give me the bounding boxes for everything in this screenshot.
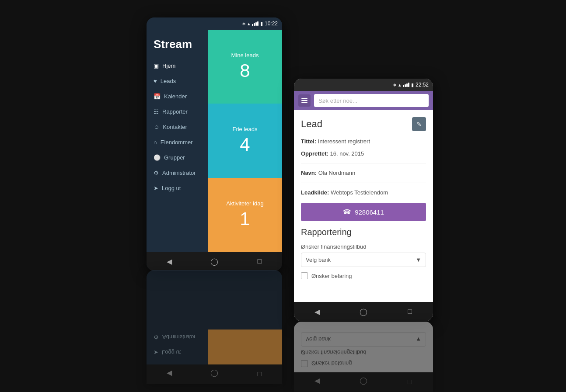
grid-icon: ☷	[154, 108, 159, 115]
nav-label-leads: Leads	[161, 78, 176, 84]
phone-reflection-right: ◀ ◯ □ Ønsker befaring Ønsker finansierin…	[294, 322, 433, 392]
leadkilde-label: Leadkilde:	[301, 189, 329, 196]
frie-leads-number: 4	[240, 134, 250, 155]
phone-main: ∗ ▴ ▮ 10:22 Stream ▣ Hjem ♥ Leads 📅 Kal	[147, 17, 282, 271]
bank-select[interactable]: Velg bank ▼	[301, 253, 426, 267]
mine-leads-label: Mine leads	[231, 52, 259, 59]
nav-label-administrator: Administrator	[162, 170, 196, 176]
card-aktiviteter[interactable]: Aktiviteter idag 1	[208, 178, 282, 252]
befaring-group: Ønsker befaring	[301, 272, 426, 279]
app-logo: Stream	[147, 34, 208, 58]
refl-nav-admin: ⚙ Administrator	[147, 330, 208, 345]
back-button[interactable]: ◀	[164, 256, 175, 267]
aktiviteter-number: 1	[240, 208, 250, 229]
statusbar-time-detail: 22:52	[416, 82, 429, 88]
search-bar: Søk etter noe...	[294, 91, 433, 110]
edit-button[interactable]: ✎	[412, 117, 426, 131]
battery-icon: ▮	[260, 21, 263, 27]
gear-icon: ⚙	[154, 170, 159, 176]
refl-home-left: ◯	[209, 369, 220, 379]
field-opprettet: Opprettet: 16. nov. 2015	[301, 149, 426, 158]
people-icon: ⚪	[154, 154, 161, 161]
lead-header: Lead ✎	[301, 117, 426, 131]
logout-icon: ➤	[154, 185, 158, 191]
menu-button[interactable]	[298, 94, 311, 107]
statusbar-detail: ∗ ▴ ▮ 22:52	[294, 79, 433, 91]
refl-bank-value: Velg bank	[306, 336, 331, 343]
refl-bank-select: Velg bank ▼	[301, 332, 426, 347]
refl-befaring: Ønsker befaring	[301, 360, 426, 367]
aktiviteter-label: Aktiviteter idag	[226, 200, 263, 207]
bt-icon-detail: ∗	[393, 82, 397, 88]
statusbar-main: ∗ ▴ ▮ 10:22	[147, 17, 282, 30]
sidebar-nav: Stream ▣ Hjem ♥ Leads 📅 Kalender ☷ Rappo…	[147, 30, 208, 252]
monitor-icon: ▣	[154, 62, 159, 69]
refl-sq-right: □	[405, 377, 415, 387]
heart-icon: ♥	[154, 78, 157, 84]
phone-reflection-left: ◀ ◯ □ ➤ Logg ut ⚙ Administrator	[147, 270, 282, 384]
nav-item-grupper[interactable]: ⚪ Grupper	[147, 150, 208, 165]
nav-item-kalender[interactable]: 📅 Kalender	[147, 89, 208, 104]
phone-main-body: Stream ▣ Hjem ♥ Leads 📅 Kalender ☷ Rappo…	[147, 30, 282, 252]
opprettet-value: 16. nov. 2015	[330, 150, 364, 157]
signal-icon-detail	[403, 83, 409, 87]
mine-leads-number: 8	[240, 60, 250, 81]
nav-item-eiendommer[interactable]: ⌂ Eiendommer	[147, 135, 208, 150]
card-frie-leads[interactable]: Frie leads 4	[208, 104, 282, 177]
refl-sq-left: □	[254, 369, 265, 379]
home-button[interactable]: ◯	[209, 256, 220, 267]
card-mine-leads[interactable]: Mine leads 8	[208, 30, 282, 104]
nav-label-eiendommer: Eiendommer	[161, 139, 193, 146]
wifi-icon-detail: ▴	[398, 82, 401, 88]
call-number: 92806411	[355, 208, 384, 216]
detail-bottom-nav: ◀ ◯ □	[294, 302, 433, 321]
menu-line-1	[301, 98, 307, 99]
back-button-detail[interactable]: ◀	[312, 306, 322, 317]
lead-title: Lead	[301, 118, 322, 130]
refl-chevron-icon: ▼	[416, 336, 421, 343]
wifi-icon: ▴	[248, 21, 250, 27]
refl-finansiering-label: Ønsker finansieringstilbud	[301, 349, 426, 356]
nav-item-hjem[interactable]: ▣ Hjem	[147, 58, 208, 73]
nav-item-logg-ut[interactable]: ➤ Logg ut	[147, 180, 208, 196]
opprettet-label: Opprettet:	[301, 150, 328, 157]
nav-label-kontakter: Kontakter	[163, 124, 187, 130]
signal-icon	[252, 21, 259, 26]
refl-back-right: ◀	[312, 377, 322, 387]
refl-bottom-right: ◀ ◯ □	[294, 372, 433, 392]
nav-label-rapporter: Rapporter	[162, 108, 188, 115]
nav-label-logg-ut: Logg ut	[162, 185, 181, 191]
nav-item-rapporter[interactable]: ☷ Rapporter	[147, 104, 208, 119]
square-button[interactable]: □	[254, 256, 265, 267]
main-content: Mine leads 8 Frie leads 4 Aktiviteter id…	[208, 30, 282, 252]
refl-orange-card	[208, 330, 282, 364]
menu-line-2	[301, 100, 307, 101]
refl-home-right: ◯	[358, 377, 369, 387]
field-tittel: Tittel: Interessent registrert	[301, 137, 426, 146]
refl-befaring-label: Ønsker befaring	[311, 361, 352, 367]
nav-item-kontakter[interactable]: ☺ Kontakter	[147, 119, 208, 135]
frie-leads-label: Frie leads	[232, 126, 257, 132]
nav-item-leads[interactable]: ♥ Leads	[147, 73, 208, 89]
battery-icon-detail: ▮	[411, 82, 414, 88]
phone-detail: ∗ ▴ ▮ 22:52 Søk etter noe... Lead ✎ Tit	[294, 79, 433, 321]
search-placeholder: Søk etter noe...	[318, 97, 357, 104]
field-navn: Navn: Ola Nordmann	[301, 169, 426, 177]
field-leadkilde: Leadkilde: Webtops Testielendom	[301, 188, 426, 197]
bottom-nav-bar: ◀ ◯ □	[147, 252, 282, 271]
nav-item-administrator[interactable]: ⚙ Administrator	[147, 165, 208, 180]
navn-label: Navn:	[301, 170, 317, 176]
nav-label-hjem: Hjem	[162, 62, 175, 69]
befaring-checkbox[interactable]	[301, 272, 308, 279]
refl-back-left: ◀	[164, 369, 175, 379]
menu-line-3	[301, 102, 307, 103]
home-button-detail[interactable]: ◯	[358, 306, 369, 317]
bluetooth-icon: ∗	[242, 21, 246, 27]
search-input[interactable]: Søk etter noe...	[314, 94, 429, 107]
tittel-label: Tittel:	[301, 138, 316, 145]
finansiering-group: Ønsker finansieringstilbud Velg bank ▼	[301, 243, 426, 267]
call-button[interactable]: ☎ 92806411	[301, 203, 426, 221]
detail-content: Lead ✎ Tittel: Interessent registrert Op…	[294, 110, 433, 302]
square-button-detail[interactable]: □	[405, 306, 415, 317]
rapportering-title: Rapportering	[301, 227, 426, 237]
